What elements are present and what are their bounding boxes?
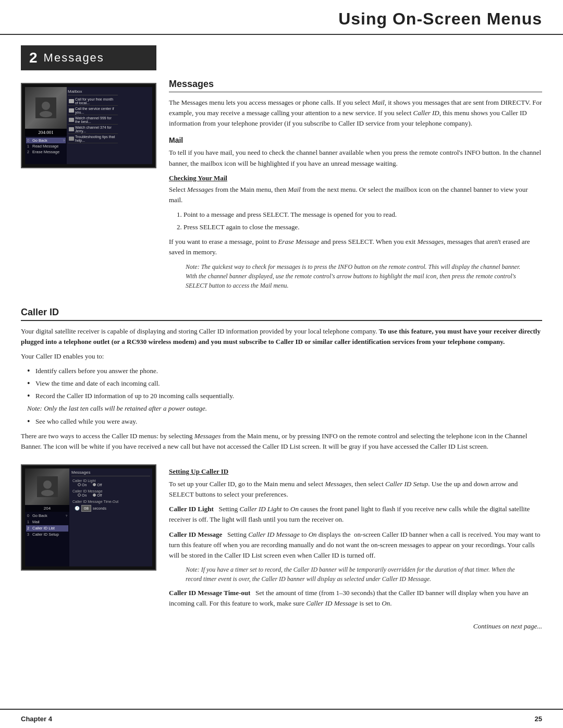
mail-step-2: Press SELECT again to close the message. bbox=[183, 222, 542, 232]
caller-id-access: There are two ways to access the Caller … bbox=[21, 431, 542, 452]
cid-record-note: Note: If you have a timer set to record,… bbox=[186, 565, 525, 584]
page-title: Using On-Screen Menus bbox=[21, 9, 542, 29]
cid-light-label: Caller ID Light bbox=[71, 478, 150, 483]
mailbox-title: Mailbox bbox=[68, 88, 118, 95]
radio-msg-on-icon bbox=[78, 493, 81, 497]
screen2-inner: 204 0 Go Back ? 1 Mail bbox=[25, 468, 152, 566]
menu-go-back: 0 Go Back ? bbox=[26, 138, 66, 143]
clock-icon: 🕐 bbox=[75, 506, 80, 511]
radio-on-icon bbox=[78, 483, 81, 486]
mail-body: To tell if you have mail, you need to ch… bbox=[169, 147, 542, 168]
erase-note: If you want to erase a message, point to… bbox=[169, 237, 542, 257]
screen2-channel: 204 bbox=[25, 505, 69, 512]
setup-heading: Setting Up Caller ID bbox=[169, 467, 542, 476]
messages-screen: 204 0 Go Back ? 1 Mail bbox=[21, 464, 156, 571]
screen-left: 204:001 0 Go Back ? 1 Read Message bbox=[25, 87, 67, 164]
bullet-2: View the time and date of each incoming … bbox=[27, 378, 542, 389]
section-title-text: Messages bbox=[44, 51, 104, 65]
svg-point-5 bbox=[41, 490, 54, 496]
message-list: Mailbox Call for your free month of loca… bbox=[67, 87, 119, 164]
cid-light-off: Off bbox=[93, 483, 102, 487]
cid-light-on: On bbox=[78, 483, 87, 487]
s2-caller-id-setup: 3 Caller ID Setup bbox=[26, 532, 68, 538]
section-heading: 2 Messages bbox=[21, 45, 156, 70]
cid-message-radios: On Off bbox=[75, 493, 150, 497]
menu-read-message: 1 Read Message bbox=[26, 143, 66, 149]
page-header: Using On-Screen Menus bbox=[0, 0, 563, 35]
cid-message-label: Caller ID Message bbox=[71, 489, 150, 493]
mail-icon-1 bbox=[69, 99, 74, 103]
radio-off-icon bbox=[93, 483, 96, 486]
footer-page-num: 25 bbox=[535, 715, 542, 723]
screen2-left: 204 0 Go Back ? 1 Mail bbox=[25, 468, 69, 566]
screenshot-col: 204:001 0 Go Back ? 1 Read Message bbox=[21, 79, 156, 294]
radio-msg-off-icon bbox=[93, 493, 96, 497]
mail-note: Note: The quickest way to check for mess… bbox=[186, 262, 525, 290]
screen2-image bbox=[25, 468, 69, 505]
s2-go-back: 0 Go Back ? bbox=[26, 513, 68, 519]
setup-text-col: Setting Up Caller ID To set up your Call… bbox=[169, 460, 542, 613]
cid-msg-off: Off bbox=[93, 493, 102, 497]
channel-thumbnail-icon bbox=[35, 97, 56, 118]
cid-msg-on: On bbox=[78, 493, 87, 497]
s2-caller-id-list: 2 Caller ID List bbox=[26, 525, 68, 532]
page-footer: Chapter 4 25 bbox=[0, 709, 563, 728]
screen2-settings: Messages Caller ID Light On Off bbox=[69, 468, 152, 566]
msg-item-1: Call for your free month of local... bbox=[68, 96, 118, 106]
caller-id-bullets: Identify callers before you answer the p… bbox=[27, 366, 542, 427]
setup-body: To set up your Caller ID, go to the Main… bbox=[169, 479, 542, 500]
caller-id-heading: Caller ID bbox=[21, 307, 542, 321]
mail-step-1: Point to a message and press SELECT. The… bbox=[183, 209, 542, 220]
channel-number: 204:001 bbox=[25, 129, 67, 136]
screen2-thumbnail-icon bbox=[37, 476, 58, 497]
section-number: 2 bbox=[29, 50, 38, 66]
cid-timeout-label: Caller ID Message Time-Out bbox=[71, 499, 150, 504]
screen-inner: 204:001 0 Go Back ? 1 Read Message bbox=[25, 87, 152, 164]
chapter-label: Chapter bbox=[21, 715, 46, 723]
watch-icon-2 bbox=[69, 127, 74, 131]
bullet-3: Record the Caller ID information of up t… bbox=[27, 391, 542, 401]
messages-intro: The Messages menu lets you access messag… bbox=[169, 97, 542, 129]
messages-heading: Messages bbox=[169, 79, 542, 92]
screen2-menu: 0 Go Back ? 1 Mail 2 Cal bbox=[25, 512, 69, 539]
checking-mail-heading: Checking Your Mail bbox=[169, 174, 542, 182]
bullet-4: See who called while you were away. bbox=[27, 416, 542, 427]
mail-icon-2 bbox=[69, 108, 74, 113]
msg-item-4: Watch channel 374 for Jerry... bbox=[68, 125, 118, 134]
footer-chapter: Chapter 4 bbox=[21, 715, 52, 723]
time-value: 08 bbox=[81, 505, 91, 512]
cid-light-radios: On Off bbox=[75, 483, 150, 487]
power-note: Note: Only the last ten calls will be re… bbox=[27, 403, 542, 414]
cid-light-body: Caller ID Light Setting Caller ID Light … bbox=[169, 504, 542, 525]
chapter-number: 4 bbox=[48, 715, 52, 723]
cid-timeout-input: 🕐 08 seconds bbox=[75, 505, 150, 512]
watch-icon-1 bbox=[69, 118, 74, 122]
svg-point-2 bbox=[40, 111, 52, 117]
mail-heading: Mail bbox=[169, 136, 542, 144]
cid-message-body: Caller ID Message Setting Caller ID Mess… bbox=[169, 529, 542, 561]
caller-id-two-col: 204 0 Go Back ? 1 Mail bbox=[21, 460, 542, 613]
caller-id-intro: Your digital satellite receiver is capab… bbox=[21, 326, 542, 347]
caller-id-section: Caller ID Your digital satellite receive… bbox=[21, 307, 542, 632]
svg-point-4 bbox=[43, 480, 52, 489]
screen2-title: Messages bbox=[71, 470, 150, 476]
checking-mail-body: Select Messages from the Main menu, then… bbox=[169, 184, 542, 205]
msg-item-5: Troubleshooting tips that help... bbox=[68, 134, 118, 143]
messages-text-col: Messages The Messages menu lets you acce… bbox=[169, 79, 542, 294]
mail-steps: Point to a message and press SELECT. The… bbox=[183, 209, 542, 232]
msg-item-3: Watch channel 999 for the best... bbox=[68, 115, 118, 125]
screen2-col: 204 0 Go Back ? 1 Mail bbox=[21, 460, 156, 613]
s2-mail: 1 Mail bbox=[26, 519, 68, 525]
channel-image bbox=[25, 87, 67, 129]
caller-id-enables: Your Caller ID enables you to: bbox=[21, 351, 542, 362]
msg-item-2: Call the service center if you... bbox=[68, 106, 118, 115]
cid-timeout-body: Caller ID Message Time-out Set the amoun… bbox=[169, 588, 542, 609]
seconds-label: seconds bbox=[93, 507, 106, 510]
main-content: 2 Messages 204:00 bbox=[0, 35, 563, 705]
tip-icon bbox=[69, 137, 74, 141]
bullet-1: Identify callers before you answer the p… bbox=[27, 366, 542, 376]
continues-text: Continues on next page... bbox=[21, 621, 542, 632]
messages-two-col: 204:001 0 Go Back ? 1 Read Message bbox=[21, 79, 542, 294]
mailbox-screen: 204:001 0 Go Back ? 1 Read Message bbox=[21, 83, 156, 168]
menu-erase-message: 2 Erase Message bbox=[26, 149, 66, 155]
